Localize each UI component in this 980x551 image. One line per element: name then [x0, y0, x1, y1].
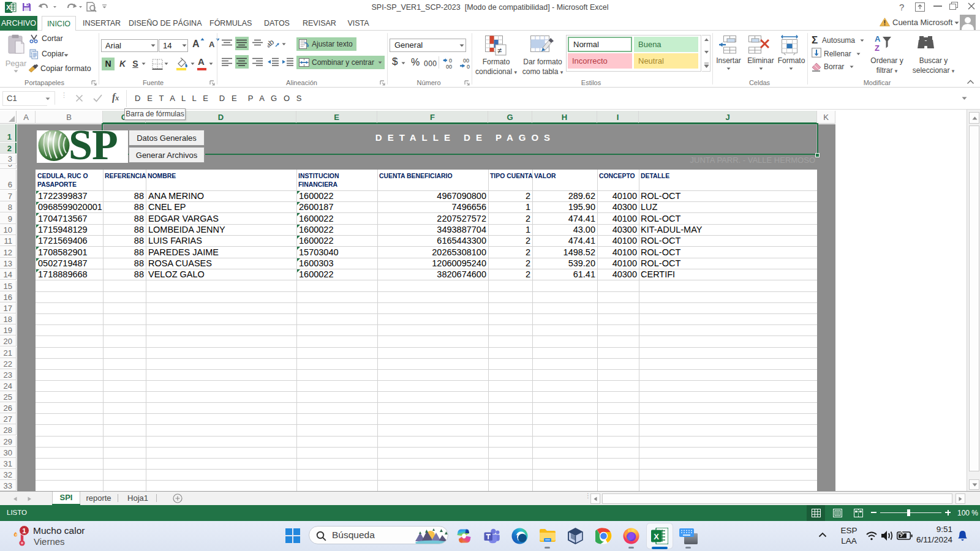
svg-text:00: 00: [446, 64, 452, 69]
svg-text:A: A: [875, 34, 881, 43]
svg-text:0: 0: [449, 58, 452, 64]
svg-text:00: 00: [463, 58, 469, 64]
svg-text:ab: ab: [268, 38, 276, 49]
svg-text:SP: SP: [69, 130, 118, 163]
svg-text:0: 0: [467, 64, 470, 69]
svg-text:≠: ≠: [497, 46, 502, 55]
svg-text:Z: Z: [875, 43, 880, 53]
svg-text:X: X: [654, 532, 659, 541]
